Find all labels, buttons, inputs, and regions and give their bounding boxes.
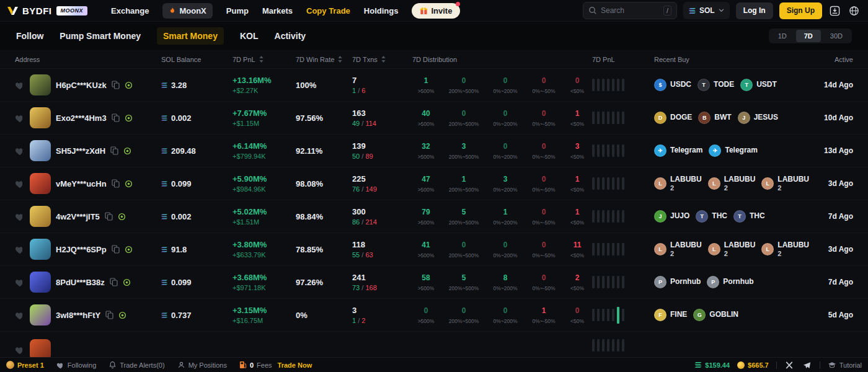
- favorite-heart-icon[interactable]: [15, 113, 25, 123]
- explorer-icon[interactable]: [125, 246, 133, 254]
- trader-avatar[interactable]: [30, 140, 51, 161]
- brand-logo[interactable]: BYDFI MOONX: [7, 6, 87, 16]
- token-chip[interactable]: LLABUBU2: [761, 175, 809, 192]
- copy-address-icon[interactable]: [110, 278, 118, 286]
- copy-address-icon[interactable]: [112, 245, 120, 254]
- tutorial-link[interactable]: Tutorial: [828, 361, 862, 369]
- favorite-heart-icon[interactable]: [15, 278, 25, 287]
- trader-address[interactable]: H6pC***KUzk: [56, 81, 107, 90]
- token-chip[interactable]: TTHC: [696, 210, 727, 223]
- table-row[interactable]: 8PdU***B38z 0.099 +3.68M% +$971.18K 97.2…: [0, 266, 868, 299]
- trader-address[interactable]: 3wl8***hFtY: [56, 311, 100, 320]
- sol-price[interactable]: $159.44: [694, 361, 730, 369]
- invite-button[interactable]: Invite: [412, 3, 460, 19]
- x-social-icon[interactable]: [784, 361, 794, 369]
- favorite-heart-icon[interactable]: [15, 311, 25, 320]
- table-row[interactable]: vMeY***ucHn 0.099 +5.90M% +$984.96K 98.0…: [0, 167, 868, 200]
- nav-pump[interactable]: Pump: [226, 6, 249, 16]
- copy-address-icon[interactable]: [110, 146, 118, 155]
- trader-avatar[interactable]: [30, 107, 51, 128]
- trader-avatar[interactable]: [30, 206, 51, 227]
- token-chip[interactable]: PPornhub: [707, 276, 753, 288]
- trader-avatar[interactable]: [30, 239, 51, 260]
- token-chip[interactable]: TUSDT: [740, 79, 777, 91]
- token-chip[interactable]: LLABUBU2: [654, 175, 702, 192]
- preset-selector[interactable]: Preset 1: [6, 361, 44, 369]
- following-button[interactable]: Following: [56, 361, 96, 369]
- table-row[interactable]: Exo2***4Hm3 0.002 +7.67M% +$1.15M 97.56%…: [0, 102, 868, 135]
- copy-address-icon[interactable]: [112, 179, 120, 188]
- nav-exchange[interactable]: Exchange: [111, 6, 149, 16]
- trader-avatar[interactable]: [30, 304, 51, 326]
- period-7d[interactable]: 7D: [796, 30, 821, 42]
- nav-markets[interactable]: Markets: [262, 6, 293, 16]
- search-input[interactable]: [601, 6, 660, 15]
- favorite-heart-icon[interactable]: [15, 179, 25, 188]
- nav-copy-trade[interactable]: Copy Trade: [306, 6, 350, 16]
- token-chip[interactable]: GGOBLIN: [693, 309, 738, 321]
- login-button[interactable]: Log In: [736, 2, 773, 19]
- table-row[interactable]: H2JQ***6SPp 91.8 +3.80M% +$633.79K 78.85…: [0, 233, 868, 266]
- favorite-heart-icon[interactable]: [15, 345, 25, 355]
- token-chip[interactable]: LLABUBU2: [708, 175, 756, 192]
- period-1d[interactable]: 1D: [770, 30, 795, 42]
- table-row[interactable]: SH5J***zXdH 209.48 +6.14M% +$799.94K 92.…: [0, 135, 868, 167]
- explorer-icon[interactable]: [125, 114, 133, 122]
- copy-address-icon[interactable]: [105, 311, 113, 319]
- explorer-icon[interactable]: [125, 180, 133, 188]
- nav-holdings[interactable]: Holdings: [364, 6, 399, 16]
- explorer-icon[interactable]: [125, 81, 133, 89]
- search-box[interactable]: /: [583, 2, 677, 19]
- tab-smart-money[interactable]: Smart Money: [157, 27, 224, 45]
- tab-pump-smart-money[interactable]: Pump Smart Money: [60, 31, 141, 41]
- nav-moonx[interactable]: MoonX: [162, 3, 212, 19]
- copy-address-icon[interactable]: [112, 113, 120, 122]
- trader-address[interactable]: 8PdU***B38z: [56, 278, 105, 287]
- col-7d-pnl[interactable]: 7D PnL: [232, 56, 296, 63]
- tab-kol[interactable]: KOL: [240, 31, 259, 41]
- token-chip[interactable]: LLABUBU2: [654, 241, 702, 257]
- token-chip[interactable]: JJESUS: [738, 112, 778, 124]
- token-chip[interactable]: LLABUBU2: [708, 241, 756, 257]
- signup-button[interactable]: Sign Up: [779, 2, 822, 19]
- trader-address[interactable]: vMeY***ucHn: [56, 179, 107, 188]
- telegram-icon[interactable]: [802, 361, 812, 369]
- alt-price[interactable]: $665.7: [737, 361, 769, 369]
- explorer-icon[interactable]: [123, 147, 131, 155]
- trader-address[interactable]: H2JQ***6SPp: [56, 245, 107, 254]
- table-row[interactable]: 3wl8***hFtY 0.737 +3.15M% +$16.75M 0% 3 …: [0, 299, 868, 332]
- copy-address-icon[interactable]: [105, 212, 113, 221]
- favorite-heart-icon[interactable]: [15, 212, 25, 221]
- token-chip[interactable]: DDOGE: [654, 112, 692, 124]
- chain-selector[interactable]: SOL: [683, 2, 730, 19]
- trader-address[interactable]: SH5J***zXdH: [56, 146, 105, 156]
- token-chip[interactable]: LLABUBU2: [761, 241, 809, 257]
- deposit-icon[interactable]: [828, 6, 841, 16]
- explorer-icon[interactable]: [123, 278, 131, 286]
- table-row[interactable]: H6pC***KUzk 3.28 +13.16M% +$2.27K 100% 7…: [0, 69, 868, 102]
- token-chip[interactable]: JJUJO: [654, 210, 689, 223]
- trader-address[interactable]: 4w2V***jIT5: [56, 212, 100, 221]
- my-positions-button[interactable]: My Positions: [177, 361, 227, 369]
- tab-activity[interactable]: Activity: [275, 31, 306, 41]
- trader-avatar[interactable]: [30, 272, 51, 293]
- token-chip[interactable]: FFINE: [654, 309, 687, 321]
- token-chip[interactable]: TTHC: [733, 210, 765, 223]
- trade-now-link[interactable]: Trade Now: [278, 361, 312, 369]
- tab-follow[interactable]: Follow: [16, 31, 43, 41]
- token-chip[interactable]: TTODE: [698, 79, 734, 91]
- copy-address-icon[interactable]: [112, 81, 120, 89]
- explorer-icon[interactable]: [118, 213, 126, 221]
- fees-info[interactable]: 0 Fees Trade Now: [239, 361, 312, 369]
- table-row[interactable]: 4w2V***jIT5 0.002 +5.02M% +$1.51M 98.84%…: [0, 200, 868, 233]
- trader-avatar[interactable]: [30, 74, 51, 95]
- favorite-heart-icon[interactable]: [15, 245, 25, 254]
- trader-avatar[interactable]: [30, 173, 51, 194]
- explorer-icon[interactable]: [118, 311, 126, 319]
- favorite-heart-icon[interactable]: [15, 146, 25, 156]
- token-chip[interactable]: ✈Telegram: [654, 144, 702, 157]
- token-chip[interactable]: $USDC: [654, 79, 691, 91]
- token-chip[interactable]: BBWT: [698, 112, 731, 124]
- col-7d-txns[interactable]: 7D Txns: [352, 56, 412, 63]
- token-chip[interactable]: ✈Telegram: [709, 144, 757, 157]
